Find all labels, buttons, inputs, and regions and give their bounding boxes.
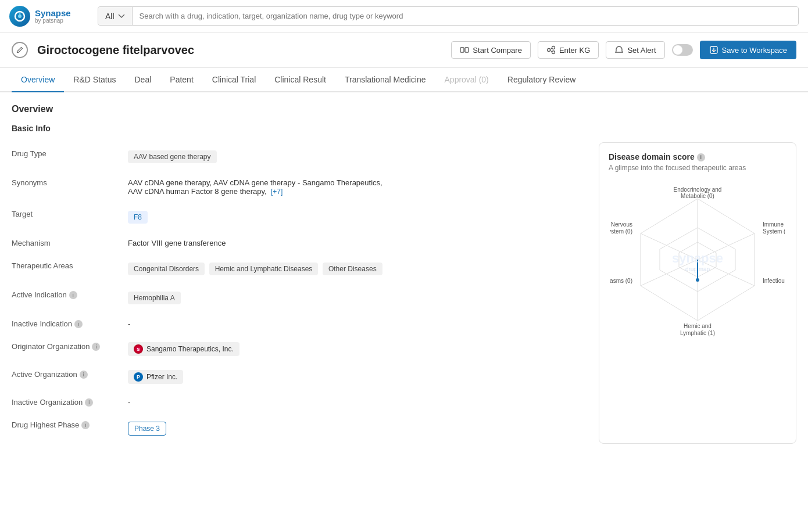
active-indication-label: Active Indication i (12, 283, 128, 312)
svg-rect-3 (465, 48, 469, 52)
svg-text:Neoplasms (0): Neoplasms (0) (610, 278, 632, 284)
drug-type-label: Drug Type (12, 142, 128, 171)
svg-text:Infectious (0): Infectious (0) (763, 278, 785, 284)
phase-tag: Phase 3 (128, 422, 166, 436)
synonyms-line1: AAV cDNA gene therapy, AAV cDNA gene the… (128, 178, 587, 187)
drug-title-bar: Giroctocogene fitelparvovec Start Compar… (0, 33, 808, 68)
therapeutic-areas-value: Congenital Disorders Hemic and Lymphatic… (128, 254, 587, 283)
section-title: Overview (12, 104, 796, 114)
sangamo-org-icon: S (134, 344, 143, 354)
therapeutic-areas-label: Therapeutic Areas (12, 254, 128, 283)
inactive-org-info-icon[interactable]: i (85, 398, 93, 407)
logo-area: Synapse by patsnap (9, 6, 91, 27)
drug-name: Giroctocogene fitelparvovec (37, 44, 442, 57)
tab-deal[interactable]: Deal (126, 68, 161, 92)
svg-text:Lymphatic (1): Lymphatic (1) (680, 330, 715, 336)
save-workspace-button[interactable]: Save to Workspace (700, 41, 796, 59)
therapeutic-area-hemic: Hemic and Lymphatic Diseases (209, 263, 319, 275)
main-content: Drug Type AAV based gene therapy Synonym… (12, 142, 587, 444)
mechanism-label: Mechanism (12, 232, 128, 254)
originator-org-badge[interactable]: S Sangamo Therapeutics, Inc. (128, 342, 239, 356)
inactive-indication-value: - (128, 312, 587, 335)
info-grid: Drug Type AAV based gene therapy Synonym… (12, 142, 587, 444)
active-indication-info-icon[interactable]: i (69, 291, 77, 299)
enter-kg-button[interactable]: Enter KG (538, 41, 599, 59)
search-input[interactable] (133, 7, 798, 25)
active-org-info-icon[interactable]: i (80, 371, 88, 379)
tab-regulatory-review[interactable]: Regulatory Review (498, 68, 585, 92)
inactive-indication-info-icon[interactable]: i (74, 320, 83, 328)
start-compare-button[interactable]: Start Compare (451, 41, 531, 59)
tab-clinical-trial[interactable]: Clinical Trial (203, 68, 265, 92)
content-area: Overview Basic Info Drug Type AAV based … (0, 92, 808, 455)
svg-point-4 (547, 49, 550, 52)
radar-chart: Endocrinology and Metabolic (0) Immune S… (610, 181, 785, 332)
synonyms-more-link[interactable]: [+7] (271, 188, 283, 196)
active-indication-value: Hemophilia A (128, 283, 587, 312)
inactive-org-label: Inactive Organization i (12, 391, 128, 414)
set-alert-button[interactable]: Set Alert (606, 41, 664, 59)
target-value: F8 (128, 203, 587, 232)
originator-org-label: Originator Organization i (12, 335, 128, 363)
svg-text:Hemic and: Hemic and (684, 323, 712, 329)
tab-approval: Approval (0) (435, 68, 498, 92)
subsection-title: Basic Info (12, 124, 796, 133)
synonyms-line2: AAV cDNA human Factor 8 gene therapy, [+… (128, 187, 587, 196)
drug-type-value: AAV based gene therapy (128, 142, 587, 171)
logo-icon (9, 6, 30, 27)
action-buttons: Start Compare Enter KG Set Alert Save to… (451, 41, 796, 59)
active-org-badge[interactable]: P Pfizer Inc. (128, 370, 183, 384)
synonyms-label: Synonyms (12, 171, 128, 203)
search-area: All (98, 6, 799, 26)
originator-org-value: S Sangamo Therapeutics, Inc. (128, 335, 587, 363)
svg-text:Nervous: Nervous (611, 221, 632, 228)
edit-icon[interactable] (12, 42, 28, 58)
logo-text: Synapse by patsnap (35, 9, 71, 24)
main-layout: Drug Type AAV based gene therapy Synonym… (12, 142, 796, 444)
active-org-value: P Pfizer Inc. (128, 363, 587, 391)
svg-line-8 (550, 51, 552, 52)
drug-highest-phase-info-icon[interactable]: i (81, 421, 90, 429)
radar-svg: Endocrinology and Metabolic (0) Immune S… (610, 181, 785, 338)
tabs: Overview R&D Status Deal Patent Clinical… (0, 68, 808, 92)
therapeutic-area-other: Other Diseases (323, 263, 382, 275)
svg-text:System (0): System (0) (763, 228, 785, 235)
drug-highest-phase-label: Drug Highest Phase i (12, 414, 128, 444)
disease-domain-info-icon[interactable]: i (697, 153, 705, 161)
therapeutic-area-congenital: Congenital Disorders (128, 263, 205, 275)
svg-text:Metabolic (0): Metabolic (0) (681, 193, 714, 199)
svg-rect-2 (460, 48, 464, 52)
svg-text:drug map: drug map (685, 266, 710, 272)
svg-point-6 (552, 51, 555, 54)
svg-text:synapse: synapse (672, 251, 723, 265)
svg-point-5 (552, 46, 555, 49)
tab-patent[interactable]: Patent (160, 68, 202, 92)
tab-translational-medicine[interactable]: Translational Medicine (335, 68, 435, 92)
svg-text:Endocrinology and: Endocrinology and (674, 186, 722, 193)
drug-highest-phase-value: Phase 3 (128, 414, 587, 444)
target-label: Target (12, 203, 128, 232)
search-type-dropdown[interactable]: All (98, 7, 133, 25)
svg-text:System (0): System (0) (610, 228, 632, 235)
tab-rd-status[interactable]: R&D Status (64, 68, 125, 92)
drug-type-tag: AAV based gene therapy (128, 150, 217, 163)
disease-domain-title: Disease domain score i (609, 152, 786, 161)
inactive-indication-label: Inactive Indication i (12, 312, 128, 335)
disease-domain-subtitle: A glimpse into the focused therapeutic a… (609, 164, 786, 172)
mechanism-value: Factor VIII gene transference (128, 232, 587, 254)
svg-line-7 (550, 48, 552, 49)
inactive-org-value: - (128, 391, 587, 414)
synonyms-value: AAV cDNA gene therapy, AAV cDNA gene the… (128, 171, 587, 203)
active-org-label: Active Organization i (12, 363, 128, 391)
svg-point-19 (696, 278, 699, 282)
alert-toggle[interactable] (672, 44, 693, 56)
top-header: Synapse by patsnap All (0, 0, 808, 33)
active-indication-tag: Hemophilia A (128, 292, 181, 304)
svg-text:Immune: Immune (763, 221, 784, 228)
originator-org-info-icon[interactable]: i (92, 343, 100, 351)
pfizer-org-icon: P (134, 372, 143, 382)
disease-domain-card: Disease domain score i A glimpse into th… (599, 142, 796, 444)
target-tag[interactable]: F8 (128, 211, 148, 224)
tab-overview[interactable]: Overview (12, 68, 64, 92)
tab-clinical-result[interactable]: Clinical Result (265, 68, 335, 92)
